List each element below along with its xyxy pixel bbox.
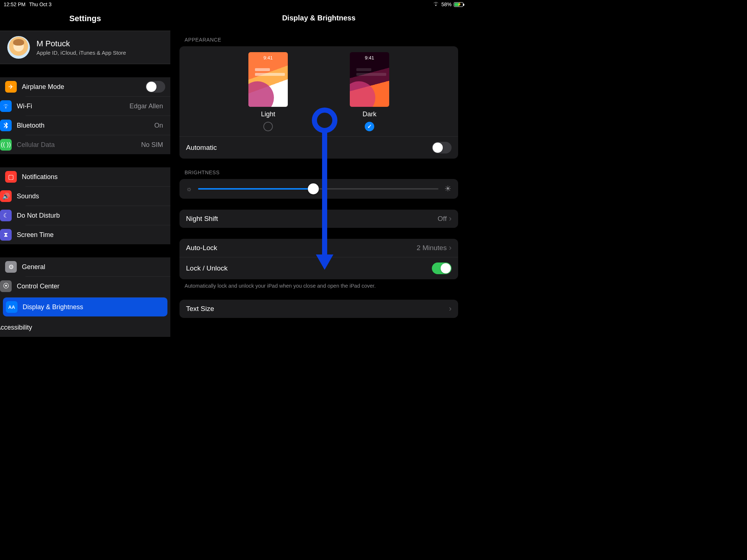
- user-name: M Potuck: [36, 39, 126, 48]
- notifications-icon: ▢: [5, 171, 17, 183]
- sun-bright-icon: ☀: [444, 184, 452, 194]
- light-label: Light: [261, 110, 275, 118]
- lockunlock-note: Automatically lock and unlock your iPad …: [185, 283, 458, 289]
- sidebar-item-notifications[interactable]: ▢ Notifications: [0, 167, 170, 186]
- airplane-toggle[interactable]: [146, 81, 165, 93]
- light-radio[interactable]: [263, 122, 273, 131]
- label: Night Shift: [186, 215, 218, 223]
- textsize-row[interactable]: Text Size ›: [179, 300, 458, 318]
- appearance-header: Appearance: [185, 37, 458, 43]
- wifi-icon: [433, 1, 439, 7]
- cellular-icon: (( )): [0, 139, 12, 151]
- label: Bluetooth: [17, 122, 44, 129]
- textsize-card: Text Size ›: [179, 300, 458, 318]
- user-subtitle: Apple ID, iCloud, iTunes & App Store: [36, 50, 126, 56]
- value: No SIM: [141, 141, 163, 149]
- sounds-icon: 🔊: [0, 190, 12, 202]
- sidebar-item-display[interactable]: AA Display & Brightness: [3, 297, 167, 316]
- settings-sidebar: Settings M Potuck Apple ID, iCloud, iTun…: [0, 9, 171, 350]
- automatic-row[interactable]: Automatic: [179, 136, 458, 159]
- label: Text Size: [186, 305, 214, 313]
- brightness-card: ☼ ☀: [179, 179, 458, 199]
- sidebar-title: Settings: [0, 14, 170, 23]
- chevron-right-icon: ›: [449, 244, 452, 252]
- label: Do Not Disturb: [17, 212, 60, 219]
- apple-id-row[interactable]: M Potuck Apple ID, iCloud, iTunes & App …: [0, 31, 170, 64]
- airplane-icon: ✈: [5, 81, 17, 93]
- label: Wi-Fi: [17, 102, 32, 110]
- sun-dim-icon: ☼: [186, 185, 192, 193]
- label: Control Center: [17, 283, 59, 290]
- nightshift-card: Night Shift Off ›: [179, 210, 458, 228]
- appearance-light[interactable]: 9:41 Light: [248, 52, 288, 131]
- display-icon: AA: [6, 301, 18, 313]
- detail-title: Display & Brightness: [179, 14, 458, 22]
- hourglass-icon: ⧗: [0, 229, 12, 241]
- avatar: [7, 36, 30, 59]
- gear-icon: ⚙: [5, 261, 17, 273]
- sidebar-item-general[interactable]: ⚙ General: [0, 257, 170, 276]
- status-date: Thu Oct 3: [29, 1, 51, 7]
- automatic-toggle[interactable]: [432, 142, 452, 153]
- lockunlock-row[interactable]: Lock / Unlock: [179, 257, 458, 279]
- autolock-row[interactable]: Auto-Lock 2 Minutes ›: [179, 239, 458, 257]
- label: Lock / Unlock: [186, 264, 228, 272]
- label: Auto-Lock: [186, 244, 217, 252]
- chevron-right-icon: ›: [449, 305, 452, 313]
- label: Cellular Data: [17, 141, 55, 149]
- nightshift-row[interactable]: Night Shift Off ›: [179, 210, 458, 228]
- value: Off: [438, 215, 447, 223]
- wifi-icon: [0, 100, 12, 112]
- sidebar-item-cellular[interactable]: (( )) Cellular Data No SIM: [26, 135, 170, 154]
- sidebar-item-screentime[interactable]: ⧗ Screen Time: [26, 225, 170, 244]
- dark-label: Dark: [363, 110, 376, 118]
- bluetooth-icon: [0, 120, 12, 131]
- label: Automatic: [186, 144, 217, 152]
- moon-icon: ☾: [0, 210, 12, 221]
- value: On: [154, 122, 163, 129]
- brightness-header: Brightness: [185, 170, 458, 175]
- lockunlock-toggle[interactable]: [432, 262, 452, 274]
- sliders-icon: ⦿: [0, 280, 12, 292]
- battery-percent: 58%: [441, 1, 452, 7]
- sidebar-item-controlcenter[interactable]: ⦿ Control Center: [26, 276, 170, 296]
- appearance-card: 9:41 Light 9:41 Dark Automatic: [179, 46, 458, 159]
- dark-preview: 9:41: [350, 52, 389, 107]
- label: Sounds: [17, 192, 39, 200]
- brightness-slider[interactable]: [198, 188, 439, 190]
- label: Screen Time: [17, 231, 54, 239]
- dark-radio[interactable]: [365, 122, 374, 131]
- sidebar-item-dnd[interactable]: ☾ Do Not Disturb: [26, 206, 170, 225]
- status-time: 12:52 PM: [4, 1, 26, 7]
- sidebar-item-airplane[interactable]: ✈ Airplane Mode: [0, 77, 170, 96]
- chevron-right-icon: ›: [449, 215, 452, 223]
- status-bar: 12:52 PM Thu Oct 3 58% ⚡: [0, 0, 467, 9]
- label: Accessibility: [0, 324, 32, 331]
- detail-pane: Display & Brightness Appearance 9:41 Lig…: [171, 9, 467, 350]
- label: General: [22, 263, 45, 271]
- sidebar-item-accessibility[interactable]: ⊙ Accessibility: [0, 318, 170, 337]
- value: 2 Minutes: [417, 244, 446, 252]
- sidebar-item-wifi[interactable]: Wi-Fi Edgar Allen: [26, 96, 170, 116]
- lock-card: Auto-Lock 2 Minutes › Lock / Unlock: [179, 239, 458, 279]
- battery-icon: ⚡: [454, 2, 463, 7]
- light-preview: 9:41: [248, 52, 288, 107]
- sidebar-item-bluetooth[interactable]: Bluetooth On: [26, 116, 170, 135]
- value: Edgar Allen: [129, 102, 163, 110]
- sidebar-item-sounds[interactable]: 🔊 Sounds: [26, 186, 170, 206]
- appearance-dark[interactable]: 9:41 Dark: [350, 52, 389, 131]
- label: Notifications: [22, 173, 58, 181]
- label: Display & Brightness: [23, 303, 83, 311]
- label: Airplane Mode: [22, 83, 64, 91]
